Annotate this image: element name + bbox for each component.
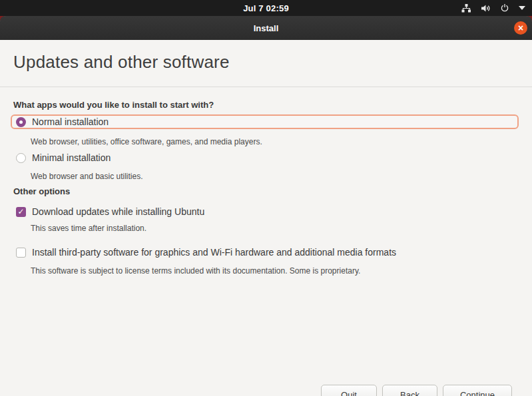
radio-option-normal[interactable]: Normal installation [11,114,519,129]
radio-option-minimal[interactable]: Minimal installation [16,152,111,163]
window-title: Install [254,23,279,33]
page-title: Updates and other software [13,52,230,73]
checkbox-download-updates-label: Download updates while installing Ubuntu [32,206,204,217]
back-button[interactable]: Back [382,385,437,396]
radio-minimal-label: Minimal installation [32,152,111,163]
checkmark-icon: ✓ [17,208,24,216]
header-separator [0,87,532,87]
window-titlebar[interactable]: Install × [0,16,532,40]
option-minimal-description: Web browser and basic utilities. [31,172,143,181]
ubuntu-installer-screen: Jul 7 02:59 [0,0,532,396]
checkbox-third-party[interactable]: Install third-party software for graphic… [16,247,396,258]
caret-down-icon[interactable] [519,6,525,10]
download-updates-description: This saves time after installation. [31,224,146,233]
close-button[interactable]: × [514,21,527,35]
system-tray[interactable] [461,0,525,16]
power-icon[interactable] [500,3,509,13]
radio-checked-icon[interactable] [16,117,26,127]
radio-unchecked-icon[interactable] [16,153,26,163]
quit-button[interactable]: Quit [321,385,377,396]
volume-icon[interactable] [481,4,491,13]
checkbox-unchecked-icon[interactable] [16,248,26,258]
continue-button[interactable]: Continue [443,385,512,396]
system-top-bar: Jul 7 02:59 [0,0,532,16]
third-party-description: This software is subject to license term… [31,266,360,276]
close-icon: × [518,23,523,33]
radio-normal-label: Normal installation [32,116,109,127]
other-options-heading: Other options [13,186,70,196]
option-normal-description: Web browser, utilities, office software,… [31,137,262,146]
question-label: What apps would you like to install to s… [13,100,214,110]
checkbox-checked-icon[interactable]: ✓ [16,207,26,217]
network-icon[interactable] [461,4,471,13]
checkbox-third-party-label: Install third-party software for graphic… [32,247,396,258]
clock-label[interactable]: Jul 7 02:59 [243,3,289,13]
checkbox-download-updates[interactable]: ✓ Download updates while installing Ubun… [16,206,204,217]
